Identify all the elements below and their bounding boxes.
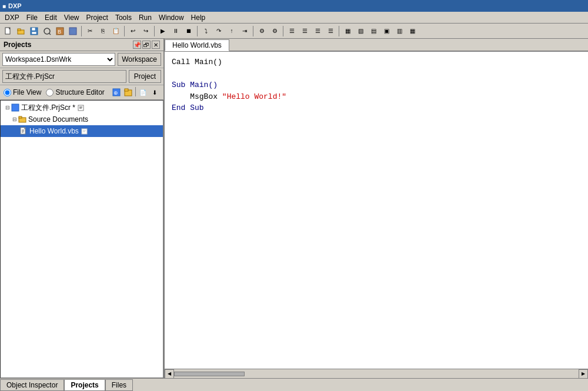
build1-button[interactable]: B (54, 25, 66, 37)
pause-button[interactable]: ⏸ (170, 25, 182, 37)
bottom-tab-projects[interactable]: Projects (64, 379, 105, 391)
misc3-button[interactable]: ▤ (368, 25, 379, 37)
cut-button[interactable]: ✂ (84, 25, 96, 37)
new-button[interactable] (2, 25, 14, 37)
undo-button[interactable]: ↩ (127, 25, 139, 37)
right-panel: Hello World.vbs Call Main() Sub Main() M… (165, 39, 588, 378)
file-tree: ⊟ 工程文件.PrjScr * ⊟ (0, 100, 163, 378)
panel-header: Projects 📌 🗗 ✕ (0, 39, 163, 51)
indent2-button[interactable]: ☰ (299, 25, 310, 37)
left-panel: Projects 📌 🗗 ✕ Workspace1.DsnWrk Workspa… (0, 39, 165, 378)
menu-project[interactable]: Project (83, 12, 112, 23)
paste-button[interactable]: 📋 (110, 25, 122, 37)
editor-tab[interactable]: Hello World.vbs (165, 39, 229, 51)
misc4-button[interactable]: ▣ (380, 25, 392, 37)
code-line-4: MsgBox "Hello World!" (172, 91, 581, 103)
menu-window[interactable]: Window (155, 12, 188, 23)
pin-button[interactable]: 📌 (133, 41, 141, 49)
folder-expand-icon[interactable]: ⊟ (12, 116, 17, 122)
title-bar: ■ DXP (0, 0, 588, 12)
toolbar: B ✂ ⎘ 📋 ↩ ↪ ▶ ⏸ ⏹ ⤵ ↷ ↑ ⇥ ⚙ ⚙ ☰ ☰ ☰ ☰ ▦ … (0, 24, 588, 39)
tree-icon2-button[interactable] (123, 87, 133, 98)
menu-help[interactable]: Help (188, 12, 209, 23)
compile-button[interactable]: ⚙ (256, 25, 268, 37)
svg-text:⊕: ⊕ (113, 90, 118, 96)
workspace-dropdown[interactable]: Workspace1.DsnWrk (2, 53, 115, 66)
close-panel-button[interactable]: ✕ (152, 41, 160, 49)
menu-file[interactable]: File (23, 12, 41, 23)
misc5-button[interactable]: ▥ (393, 25, 405, 37)
root-expand-icon[interactable]: ⊟ (5, 105, 10, 111)
indent4-button[interactable]: ☰ (325, 25, 336, 37)
toolbar-sep-7 (339, 26, 339, 36)
copy-button[interactable]: ⎘ (97, 25, 109, 37)
run-cursor-button[interactable]: ⇥ (239, 25, 250, 37)
workspace-row: Workspace1.DsnWrk Workspace (0, 51, 163, 68)
toolbar-sep-6 (283, 26, 283, 36)
menu-view[interactable]: View (61, 12, 83, 23)
panel-controls: 📌 🗗 ✕ (133, 41, 160, 49)
menu-edit[interactable]: Edit (41, 12, 61, 23)
menu-dxp[interactable]: DXP (1, 12, 23, 23)
structure-editor-radio-label[interactable]: Structure Editor (46, 88, 104, 96)
svg-rect-10 (69, 28, 76, 35)
misc1-button[interactable]: ▦ (342, 25, 353, 37)
menu-run[interactable]: Run (135, 12, 155, 23)
run-button[interactable]: ▶ (157, 25, 169, 37)
code-line-2 (172, 68, 581, 80)
toolbar-sep-3 (154, 26, 155, 36)
file-view-radio[interactable] (4, 89, 11, 96)
bottom-tab-files[interactable]: Files (105, 379, 133, 391)
menu-bar: DXP File Edit View Project Tools Run Win… (0, 12, 588, 24)
scroll-thumb[interactable] (174, 372, 245, 376)
scroll-right-button[interactable]: ▶ (579, 369, 588, 379)
code-line-1: Call Main() (172, 56, 581, 68)
tab-bar: Hello World.vbs (165, 39, 588, 52)
toolbar-sep-2 (124, 26, 125, 36)
menu-tools[interactable]: Tools (112, 12, 135, 23)
tree-file-item[interactable]: Hello World.vbs (1, 125, 163, 137)
bottom-tab-object-inspector[interactable]: Object Inspector (0, 379, 64, 391)
tree-folder-item[interactable]: ⊟ Source Documents (1, 113, 163, 125)
bottom-tab-bar: Object Inspector Projects Files (0, 378, 588, 391)
workspace-button[interactable]: Workspace (118, 53, 161, 66)
indent3-button[interactable]: ☰ (312, 25, 323, 37)
main-container: Projects 📌 🗗 ✕ Workspace1.DsnWrk Workspa… (0, 39, 588, 378)
tree-icon4-button[interactable]: ⬇ (149, 87, 160, 98)
svg-line-7 (49, 33, 51, 35)
step-over-button[interactable]: ↷ (213, 25, 225, 37)
structure-editor-radio[interactable] (46, 89, 54, 96)
undock-button[interactable]: 🗗 (142, 41, 151, 49)
tree-root-item[interactable]: ⊟ 工程文件.PrjScr * (1, 102, 163, 113)
panel-title: Projects (4, 41, 31, 49)
file-view-radio-label[interactable]: File View (4, 88, 41, 96)
tree-icon1-button[interactable]: ⊕ (111, 87, 122, 98)
tree-folder-label: Source Documents (28, 115, 88, 123)
redo-button[interactable]: ↪ (140, 25, 152, 37)
tree-icon3-button[interactable]: 📄 (138, 87, 148, 98)
step-into-button[interactable]: ⤵ (200, 25, 212, 37)
toolbar-sep-5 (253, 26, 253, 36)
stop-button[interactable]: ⏹ (183, 25, 195, 37)
code-editor[interactable]: Call Main() Sub Main() MsgBox "Hello Wor… (165, 52, 588, 369)
radio-row: File View Structure Editor ⊕ 📄 ⬇ (0, 85, 163, 100)
horizontal-scrollbar[interactable]: ◀ ▶ (165, 369, 588, 378)
compile2-button[interactable]: ⚙ (269, 25, 280, 37)
open-button[interactable] (15, 25, 27, 37)
indent1-button[interactable]: ☰ (286, 25, 298, 37)
browse-button[interactable] (41, 25, 53, 37)
title-text: DXP (8, 2, 22, 9)
svg-rect-15 (12, 104, 19, 111)
build2-button[interactable] (67, 25, 79, 37)
misc6-button[interactable]: ▦ (406, 25, 418, 37)
tree-root-label: 工程文件.PrjScr * (21, 103, 75, 113)
scroll-track[interactable] (174, 372, 579, 376)
save-button[interactable] (28, 25, 40, 37)
svg-rect-14 (125, 89, 128, 91)
scroll-left-button[interactable]: ◀ (165, 369, 174, 379)
code-line-3: Sub Main() (172, 79, 581, 91)
project-button[interactable]: Project (129, 70, 161, 83)
step-out-button[interactable]: ↑ (226, 25, 238, 37)
project-input[interactable] (2, 70, 126, 83)
misc2-button[interactable]: ▧ (355, 25, 366, 37)
